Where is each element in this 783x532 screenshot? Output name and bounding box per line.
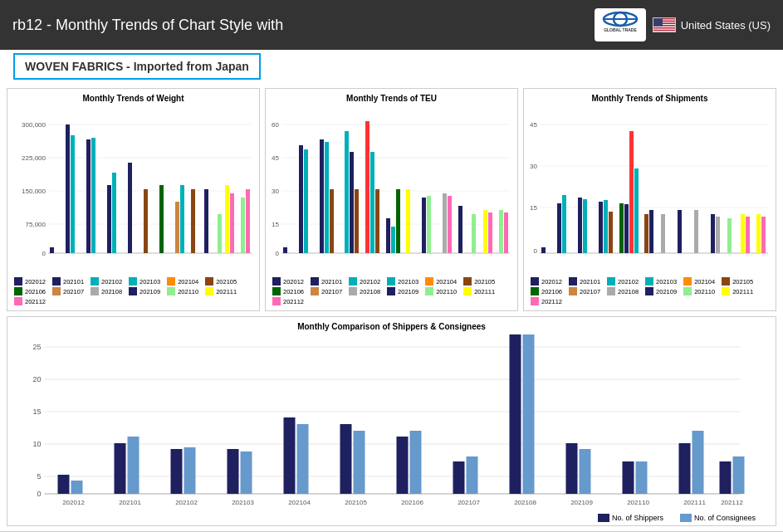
svg-text:0: 0	[276, 250, 280, 257]
svg-text:202101: 202101	[119, 499, 141, 506]
teu-chart-title: Monthly Trends of TEU	[269, 94, 514, 103]
teu-chart-box: Monthly Trends of TEU 60 45 30 15 0	[265, 88, 518, 311]
svg-rect-112	[746, 217, 750, 253]
svg-rect-161	[636, 461, 648, 494]
svg-rect-110	[727, 218, 732, 253]
weight-chart-title: Monthly Trends of Weight	[11, 94, 256, 103]
svg-rect-148	[284, 417, 296, 494]
logo-icon: GLOBAL TRADE	[599, 11, 641, 36]
svg-rect-72	[406, 189, 410, 253]
svg-rect-29	[66, 124, 70, 253]
svg-rect-41	[204, 189, 208, 253]
svg-text:5: 5	[37, 472, 41, 481]
legend-consignees: No. of Consignees	[680, 514, 756, 522]
svg-rect-143	[128, 437, 139, 494]
legend-consignees-label: No. of Consignees	[694, 514, 756, 522]
svg-rect-61	[325, 142, 329, 253]
svg-text:202102: 202102	[175, 499, 198, 506]
svg-rect-45	[241, 198, 245, 253]
svg-rect-155	[467, 456, 478, 494]
teu-legend: 202012 202101 202102 202103 202104 20210…	[269, 276, 514, 307]
svg-rect-157	[523, 334, 535, 494]
svg-text:202111: 202111	[683, 499, 706, 506]
weight-chart-svg: 300,000 225,000 150,000 75,000 0	[11, 106, 256, 272]
weight-chart-box: Monthly Trends of Weight 300,000 225,000…	[7, 88, 260, 311]
svg-rect-74	[427, 196, 431, 253]
svg-rect-30	[71, 135, 75, 253]
svg-text:0: 0	[42, 250, 46, 257]
svg-rect-151	[354, 431, 365, 494]
svg-rect-76	[448, 196, 452, 253]
svg-rect-59	[304, 149, 308, 253]
svg-text:30: 30	[530, 163, 537, 170]
header-title: rb12 - Monthly Trends of Chart Style wit…	[12, 17, 283, 34]
comparison-chart-box: Monthly Comparison of Shippers & Consign…	[7, 316, 776, 526]
subtitle-wrapper: WOVEN FABRICS - Imported from Japan	[0, 50, 783, 85]
svg-rect-101	[629, 131, 634, 253]
svg-rect-34	[112, 173, 116, 253]
svg-rect-164	[720, 461, 732, 494]
shipments-chart-box: Monthly Trends of Shipments 45 30 15 0	[523, 88, 776, 311]
svg-rect-13	[653, 28, 676, 29]
comparison-chart-svg: 25 20 15 10 5 0 202012 202101 202102 202…	[11, 334, 772, 509]
legend-shippers-label: No. of Shippers	[612, 514, 663, 522]
svg-rect-165	[733, 456, 745, 494]
svg-rect-81	[499, 210, 503, 253]
svg-rect-109	[716, 217, 720, 253]
svg-rect-147	[241, 451, 252, 494]
svg-rect-39	[180, 185, 184, 253]
svg-rect-37	[159, 185, 164, 253]
charts-area: Monthly Trends of Weight 300,000 225,000…	[0, 85, 783, 530]
svg-text:20: 20	[32, 375, 41, 383]
svg-text:202110: 202110	[627, 499, 649, 506]
svg-rect-106	[678, 210, 682, 253]
svg-text:202112: 202112	[721, 499, 743, 506]
svg-rect-96	[599, 202, 603, 253]
svg-rect-160	[623, 461, 634, 494]
svg-rect-82	[504, 212, 508, 253]
svg-rect-58	[299, 145, 303, 253]
shipments-legend: 202012 202101 202102 202103 202104 20210…	[527, 276, 772, 307]
header: rb12 - Monthly Trends of Chart Style wit…	[0, 0, 783, 50]
svg-text:225,000: 225,000	[22, 154, 46, 162]
svg-rect-100	[624, 204, 629, 253]
top-charts: Monthly Trends of Weight 300,000 225,000…	[7, 88, 776, 311]
teu-chart-svg: 60 45 30 15 0	[269, 106, 514, 272]
svg-rect-97	[604, 200, 608, 253]
svg-rect-43	[225, 185, 229, 253]
svg-text:15: 15	[272, 221, 279, 228]
svg-rect-40	[191, 189, 195, 253]
svg-text:202107: 202107	[458, 499, 480, 506]
svg-rect-113	[756, 214, 761, 253]
svg-text:10: 10	[32, 440, 41, 448]
svg-rect-36	[144, 189, 148, 253]
svg-text:0: 0	[37, 490, 41, 498]
svg-text:25: 25	[32, 343, 41, 351]
svg-text:300,000: 300,000	[22, 121, 46, 129]
svg-text:0: 0	[534, 247, 538, 255]
svg-rect-33	[107, 185, 111, 253]
subtitle-bar: WOVEN FABRICS - Imported from Japan	[13, 53, 261, 80]
svg-rect-17	[653, 18, 663, 27]
svg-rect-60	[320, 139, 324, 253]
svg-rect-154	[453, 461, 465, 494]
svg-rect-69	[386, 218, 390, 253]
svg-rect-78	[472, 214, 476, 253]
country-info: United States (US)	[653, 17, 771, 32]
svg-text:202109: 202109	[570, 499, 593, 506]
svg-rect-156	[510, 334, 521, 494]
svg-rect-75	[443, 193, 447, 253]
svg-rect-46	[246, 189, 250, 253]
svg-rect-150	[340, 424, 352, 494]
svg-rect-99	[619, 203, 624, 253]
svg-text:202106: 202106	[401, 499, 423, 506]
svg-rect-153	[410, 431, 422, 494]
logo-box: GLOBAL TRADE	[595, 8, 646, 41]
svg-rect-70	[391, 227, 395, 253]
svg-rect-142	[115, 443, 126, 494]
svg-rect-64	[350, 152, 354, 253]
svg-text:30: 30	[272, 188, 279, 195]
comparison-legend: No. of Shippers No. of Consignees	[11, 514, 772, 522]
svg-rect-14	[653, 30, 676, 31]
svg-rect-158	[566, 443, 578, 494]
